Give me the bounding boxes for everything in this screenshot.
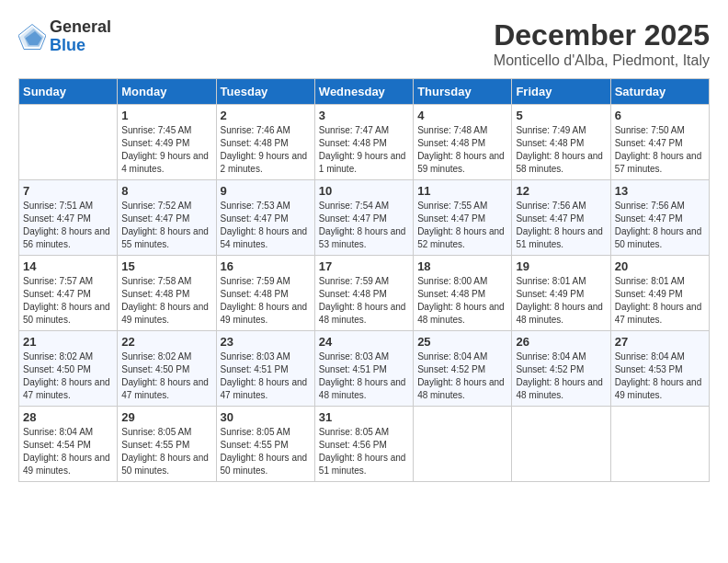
header-thursday: Thursday	[414, 79, 512, 105]
calendar-cell: 19 Sunrise: 8:01 AMSunset: 4:49 PMDaylig…	[512, 256, 610, 331]
calendar-cell	[610, 407, 709, 482]
logo: General Blue	[18, 18, 111, 55]
day-number: 24	[319, 335, 409, 349]
day-info: Sunrise: 8:03 AMSunset: 4:51 PMDaylight:…	[319, 350, 409, 402]
day-number: 4	[417, 109, 507, 122]
calendar-cell: 15 Sunrise: 7:58 AMSunset: 4:48 PMDaylig…	[118, 256, 216, 331]
day-number: 5	[516, 109, 606, 122]
day-info: Sunrise: 7:52 AMSunset: 4:47 PMDaylight:…	[121, 200, 211, 251]
calendar-cell: 25 Sunrise: 8:04 AMSunset: 4:52 PMDaylig…	[414, 331, 512, 407]
day-info: Sunrise: 8:05 AMSunset: 4:55 PMDaylight:…	[221, 426, 311, 477]
calendar-cell: 17 Sunrise: 7:59 AMSunset: 4:48 PMDaylig…	[314, 256, 413, 331]
day-info: Sunrise: 7:46 AMSunset: 4:48 PMDaylight:…	[221, 124, 311, 176]
day-number: 8	[121, 184, 211, 198]
day-info: Sunrise: 7:47 AMSunset: 4:48 PMDaylight:…	[319, 124, 409, 176]
calendar-cell	[512, 407, 610, 482]
day-number: 17	[319, 259, 409, 273]
day-info: Sunrise: 7:55 AMSunset: 4:47 PMDaylight:…	[417, 200, 507, 251]
day-number: 2	[221, 109, 311, 122]
day-number: 19	[516, 259, 606, 273]
month-title: December 2025	[494, 18, 710, 52]
location-title: Monticello d'Alba, Piedmont, Italy	[494, 52, 710, 69]
title-block: December 2025 Monticello d'Alba, Piedmon…	[494, 18, 710, 69]
day-info: Sunrise: 8:05 AMSunset: 4:56 PMDaylight:…	[319, 426, 409, 477]
logo-text: General Blue	[50, 18, 111, 55]
calendar-cell: 18 Sunrise: 8:00 AMSunset: 4:48 PMDaylig…	[414, 256, 512, 331]
day-number: 28	[23, 410, 113, 424]
day-info: Sunrise: 8:02 AMSunset: 4:50 PMDaylight:…	[121, 350, 211, 402]
day-info: Sunrise: 7:45 AMSunset: 4:49 PMDaylight:…	[121, 124, 211, 176]
day-info: Sunrise: 7:57 AMSunset: 4:47 PMDaylight:…	[23, 275, 113, 327]
calendar-cell: 2 Sunrise: 7:46 AMSunset: 4:48 PMDayligh…	[216, 105, 314, 180]
day-number: 21	[23, 335, 113, 349]
calendar-week-5: 28 Sunrise: 8:04 AMSunset: 4:54 PMDaylig…	[19, 407, 710, 482]
day-number: 12	[516, 184, 606, 198]
day-number: 26	[516, 335, 606, 349]
calendar-cell: 4 Sunrise: 7:48 AMSunset: 4:48 PMDayligh…	[414, 105, 512, 180]
calendar-cell: 31 Sunrise: 8:05 AMSunset: 4:56 PMDaylig…	[314, 407, 413, 482]
day-info: Sunrise: 8:02 AMSunset: 4:50 PMDaylight:…	[23, 350, 113, 402]
day-info: Sunrise: 7:49 AMSunset: 4:48 PMDaylight:…	[516, 124, 606, 176]
calendar-week-3: 14 Sunrise: 7:57 AMSunset: 4:47 PMDaylig…	[19, 256, 710, 331]
day-number: 13	[615, 184, 705, 198]
calendar-table: SundayMondayTuesdayWednesdayThursdayFrid…	[18, 78, 710, 482]
header-wednesday: Wednesday	[314, 79, 413, 105]
day-info: Sunrise: 8:01 AMSunset: 4:49 PMDaylight:…	[516, 275, 606, 327]
day-info: Sunrise: 8:04 AMSunset: 4:54 PMDaylight:…	[23, 426, 113, 477]
day-number: 9	[221, 184, 311, 198]
day-number: 7	[23, 184, 113, 198]
calendar-cell: 28 Sunrise: 8:04 AMSunset: 4:54 PMDaylig…	[19, 407, 118, 482]
day-info: Sunrise: 7:48 AMSunset: 4:48 PMDaylight:…	[417, 124, 507, 176]
day-info: Sunrise: 7:53 AMSunset: 4:47 PMDaylight:…	[221, 200, 311, 251]
calendar-cell: 29 Sunrise: 8:05 AMSunset: 4:55 PMDaylig…	[118, 407, 216, 482]
day-number: 29	[121, 410, 211, 424]
day-info: Sunrise: 7:50 AMSunset: 4:47 PMDaylight:…	[615, 124, 705, 176]
calendar-cell: 7 Sunrise: 7:51 AMSunset: 4:47 PMDayligh…	[19, 180, 118, 256]
calendar-cell: 21 Sunrise: 8:02 AMSunset: 4:50 PMDaylig…	[19, 331, 118, 407]
day-number: 3	[319, 109, 409, 122]
day-number: 20	[615, 259, 705, 273]
calendar-cell: 13 Sunrise: 7:56 AMSunset: 4:47 PMDaylig…	[610, 180, 709, 256]
calendar-cell: 27 Sunrise: 8:04 AMSunset: 4:53 PMDaylig…	[610, 331, 709, 407]
day-number: 11	[417, 184, 507, 198]
calendar-cell: 5 Sunrise: 7:49 AMSunset: 4:48 PMDayligh…	[512, 105, 610, 180]
calendar-cell: 24 Sunrise: 8:03 AMSunset: 4:51 PMDaylig…	[314, 331, 413, 407]
header-tuesday: Tuesday	[216, 79, 314, 105]
day-number: 14	[23, 259, 113, 273]
day-info: Sunrise: 8:00 AMSunset: 4:48 PMDaylight:…	[417, 275, 507, 327]
calendar-cell: 11 Sunrise: 7:55 AMSunset: 4:47 PMDaylig…	[414, 180, 512, 256]
day-number: 15	[121, 259, 211, 273]
calendar-header-row: SundayMondayTuesdayWednesdayThursdayFrid…	[19, 79, 710, 105]
header-monday: Monday	[118, 79, 216, 105]
calendar-cell: 1 Sunrise: 7:45 AMSunset: 4:49 PMDayligh…	[118, 105, 216, 180]
calendar-cell: 9 Sunrise: 7:53 AMSunset: 4:47 PMDayligh…	[216, 180, 314, 256]
day-info: Sunrise: 7:59 AMSunset: 4:48 PMDaylight:…	[319, 275, 409, 327]
header-sunday: Sunday	[19, 79, 118, 105]
day-number: 18	[417, 259, 507, 273]
calendar-week-4: 21 Sunrise: 8:02 AMSunset: 4:50 PMDaylig…	[19, 331, 710, 407]
header-friday: Friday	[512, 79, 610, 105]
calendar-cell: 23 Sunrise: 8:03 AMSunset: 4:51 PMDaylig…	[216, 331, 314, 407]
day-number: 31	[319, 410, 409, 424]
page-header: General Blue December 2025 Monticello d'…	[18, 18, 710, 69]
day-number: 6	[615, 109, 705, 122]
calendar-cell: 12 Sunrise: 7:56 AMSunset: 4:47 PMDaylig…	[512, 180, 610, 256]
calendar-cell: 10 Sunrise: 7:54 AMSunset: 4:47 PMDaylig…	[314, 180, 413, 256]
day-info: Sunrise: 8:03 AMSunset: 4:51 PMDaylight:…	[221, 350, 311, 402]
day-info: Sunrise: 8:05 AMSunset: 4:55 PMDaylight:…	[121, 426, 211, 477]
day-info: Sunrise: 8:04 AMSunset: 4:53 PMDaylight:…	[615, 350, 705, 402]
calendar-cell: 22 Sunrise: 8:02 AMSunset: 4:50 PMDaylig…	[118, 331, 216, 407]
calendar-cell	[414, 407, 512, 482]
day-number: 16	[221, 259, 311, 273]
calendar-cell: 14 Sunrise: 7:57 AMSunset: 4:47 PMDaylig…	[19, 256, 118, 331]
calendar-week-2: 7 Sunrise: 7:51 AMSunset: 4:47 PMDayligh…	[19, 180, 710, 256]
day-info: Sunrise: 7:54 AMSunset: 4:47 PMDaylight:…	[319, 200, 409, 251]
calendar-cell: 3 Sunrise: 7:47 AMSunset: 4:48 PMDayligh…	[314, 105, 413, 180]
day-number: 27	[615, 335, 705, 349]
day-info: Sunrise: 7:56 AMSunset: 4:47 PMDaylight:…	[516, 200, 606, 251]
calendar-cell: 8 Sunrise: 7:52 AMSunset: 4:47 PMDayligh…	[118, 180, 216, 256]
day-info: Sunrise: 7:56 AMSunset: 4:47 PMDaylight:…	[615, 200, 705, 251]
day-number: 25	[417, 335, 507, 349]
day-info: Sunrise: 8:01 AMSunset: 4:49 PMDaylight:…	[615, 275, 705, 327]
day-number: 10	[319, 184, 409, 198]
